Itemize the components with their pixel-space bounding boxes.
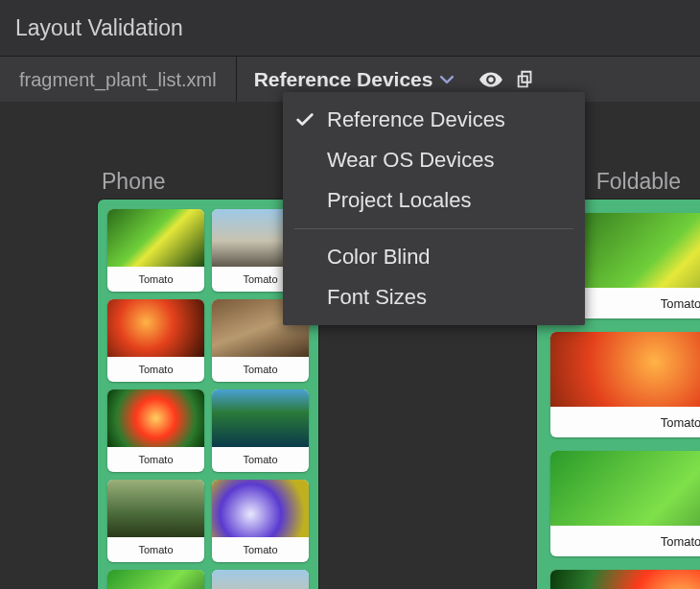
device-dropdown-label: Reference Devices [254, 68, 433, 91]
plant-image [212, 480, 309, 537]
device-label-phone: Phone [102, 169, 166, 195]
plant-caption: Tomato [550, 407, 700, 437]
menu-item-wear-os-devices[interactable]: Wear OS Devices [283, 140, 585, 180]
plant-caption: Tomato [107, 267, 204, 292]
plant-card[interactable]: Tomato [212, 480, 309, 562]
file-tab-label: fragment_plant_list.xml [19, 69, 217, 91]
plant-card[interactable]: Tomato [107, 480, 204, 562]
plant-caption: Tomato [550, 526, 700, 556]
plant-caption: Tomato [107, 357, 204, 382]
plant-image [550, 451, 700, 526]
menu-item-label: Project Locales [327, 188, 471, 213]
plant-card[interactable]: Tomato [212, 389, 309, 472]
menu-item-project-locales[interactable]: Project Locales [283, 180, 585, 221]
page-title: Layout Validation [15, 15, 183, 41]
plant-image [550, 332, 700, 407]
device-dropdown-menu: Reference DevicesWear OS DevicesProject … [283, 92, 585, 325]
menu-item-label: Wear OS Devices [327, 148, 494, 173]
plant-card[interactable]: Tomato [212, 570, 309, 589]
copy-icon[interactable] [511, 65, 540, 94]
device-label-foldable: Foldable [596, 169, 681, 195]
menu-item-label: Reference Devices [327, 107, 505, 132]
plant-card[interactable]: Tomato [550, 332, 700, 437]
plant-caption: Tomato [107, 447, 204, 472]
plant-card[interactable]: Tomato [550, 451, 700, 556]
menu-item-label: Color Blind [327, 245, 431, 270]
plant-card[interactable]: Tomato [107, 570, 204, 589]
plant-caption: Tomato [212, 447, 309, 472]
menu-item-reference-devices[interactable]: Reference Devices [283, 100, 585, 140]
plant-image [107, 480, 204, 537]
plant-image [212, 389, 309, 447]
plant-image [107, 570, 204, 589]
plant-image [550, 570, 700, 589]
menu-item-font-sizes[interactable]: Font Sizes [283, 277, 585, 318]
plant-caption: Tomato [212, 357, 309, 382]
plant-card[interactable]: Tomato [107, 389, 204, 472]
plant-image [107, 299, 204, 357]
menu-item-label: Font Sizes [327, 285, 427, 310]
title-bar: Layout Validation [0, 0, 700, 57]
plant-image [107, 389, 204, 447]
plant-caption: Tomato [212, 537, 309, 562]
plant-card[interactable]: Tomato [107, 209, 204, 292]
plant-image [212, 570, 309, 589]
file-tab[interactable]: fragment_plant_list.xml [0, 57, 237, 103]
menu-item-color-blind[interactable]: Color Blind [283, 237, 585, 277]
plant-caption: Tomato [107, 537, 204, 562]
chevron-down-icon [440, 73, 454, 86]
plant-card[interactable]: Tomato [107, 299, 204, 382]
check-icon [294, 109, 315, 130]
visibility-icon[interactable] [477, 65, 505, 94]
plant-card[interactable]: Tomato [550, 570, 700, 589]
menu-separator [294, 228, 573, 229]
plant-image [107, 209, 204, 267]
